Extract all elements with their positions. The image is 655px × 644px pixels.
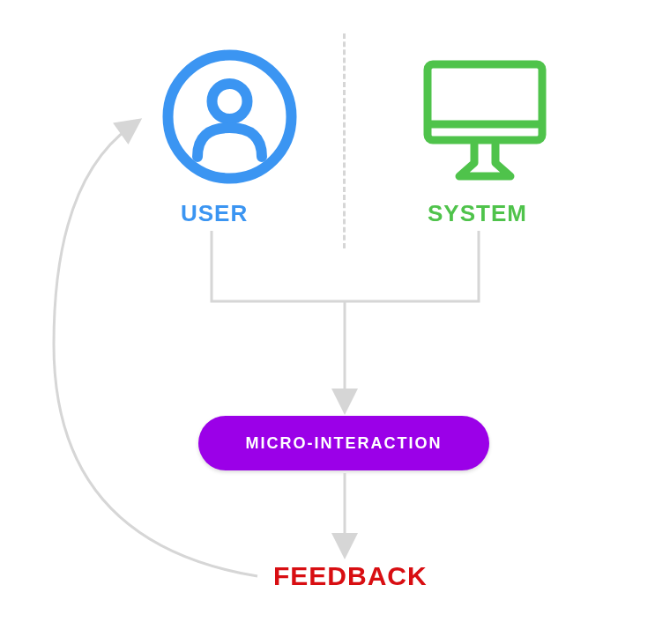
micro-interaction-node: MICRO-INTERACTION	[198, 416, 489, 470]
connector-top	[0, 0, 655, 644]
svg-rect-2	[428, 64, 542, 140]
system-icon	[419, 56, 551, 191]
user-label: USER	[181, 200, 248, 227]
connector-bottom	[0, 0, 655, 644]
system-label: SYSTEM	[428, 200, 527, 227]
micro-interaction-label: MICRO-INTERACTION	[246, 434, 443, 453]
diagram-container: USER SYSTEM MICRO-INTERACTION FEEDBACK	[0, 0, 655, 644]
svg-point-1	[212, 84, 248, 119]
feedback-label: FEEDBACK	[273, 561, 428, 591]
user-icon	[161, 48, 298, 189]
divider-line	[343, 33, 346, 248]
